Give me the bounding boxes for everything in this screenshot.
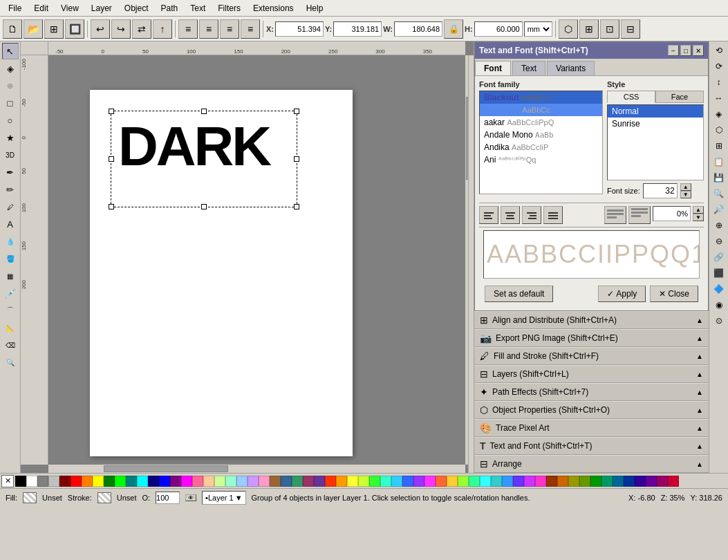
color-cell[interactable] (181, 476, 192, 487)
color-cell[interactable] (48, 476, 59, 487)
color-cell[interactable] (236, 476, 248, 487)
font-item-ani[interactable]: Ani ᴬᵃᴮᵇᶜᵈᴵⁱᴾᵖQq (480, 153, 602, 166)
rect-tool[interactable]: □ (2, 95, 19, 111)
percent-up[interactable]: ▲ (693, 206, 704, 214)
menu-edit[interactable]: Edit (28, 2, 54, 15)
color-cell[interactable] (93, 476, 104, 487)
menu-object[interactable]: Object (119, 2, 154, 15)
panel-text-font[interactable]: T Text and Font (Shift+Ctrl+T) ▲ (474, 437, 709, 455)
style-tab-css[interactable]: CSS (607, 91, 655, 103)
h-input[interactable] (474, 21, 523, 37)
color-cell[interactable] (413, 476, 424, 487)
pencil-tool[interactable]: ✏ (2, 181, 19, 198)
font-item-aakar[interactable]: aakar AaBbCcIiPpQ (480, 116, 602, 129)
menu-view[interactable]: View (55, 2, 84, 15)
color-cell[interactable] (270, 476, 281, 487)
handle-ml[interactable] (109, 156, 114, 162)
callig-tool[interactable]: 🖊 (2, 198, 19, 215)
color-cell[interactable] (314, 476, 325, 487)
zoom-in-tool[interactable]: 🔍 (2, 354, 19, 371)
text-selection-box[interactable]: DARK (111, 111, 297, 207)
panel-trace[interactable]: 🎨 Trace Pixel Art ▲ (474, 419, 709, 437)
color-cell[interactable] (424, 476, 436, 487)
color-cell[interactable] (26, 476, 37, 487)
rt-circle[interactable]: ⊙ (711, 313, 727, 328)
panel-path-effects[interactable]: ✦ Path Effects (Shift+Ctrl+7) ▲ (474, 383, 709, 401)
color-cell[interactable] (292, 476, 303, 487)
opacity-eyedrop[interactable]: 👁 (185, 494, 196, 501)
fontsize-up[interactable]: ▲ (680, 183, 691, 191)
font-item-blackout[interactable]: Blackout AaBbCcI (480, 91, 602, 104)
fill-tool[interactable]: 🪣 (2, 250, 19, 267)
color-cell[interactable] (668, 476, 679, 487)
menu-extensions[interactable]: Extensions (248, 2, 299, 15)
rt-search[interactable]: 🔍 (711, 186, 727, 201)
panel-align-distribute[interactable]: ⊞ Align and Distribute (Shift+Ctrl+A) ▲ (474, 311, 709, 329)
style-list[interactable]: Normal Sunrise (607, 104, 704, 180)
superscript-btn[interactable] (628, 206, 651, 224)
transform4-btn[interactable]: ⊟ (621, 19, 640, 39)
rt-flip-v[interactable]: ↕ (711, 75, 727, 90)
color-cell[interactable] (137, 476, 148, 487)
color-cell[interactable] (502, 476, 513, 487)
panel-arrange[interactable]: ⊟ Arrange ▲ (474, 455, 709, 473)
font-item-andika[interactable]: Andika AaBbCcIiP (480, 141, 602, 153)
handle-tr[interactable] (294, 109, 299, 114)
snap-button[interactable]: ⊞ (44, 19, 64, 39)
align-center-tb[interactable]: ≡ (199, 19, 218, 39)
menu-text[interactable]: Text (185, 2, 211, 15)
percent-input[interactable] (653, 206, 691, 221)
eraser-tool[interactable]: ⌫ (2, 337, 19, 353)
dialog-maximize-btn[interactable]: □ (680, 45, 691, 56)
w-input[interactable] (394, 21, 442, 37)
style-normal[interactable]: Normal (608, 105, 703, 118)
menu-filters[interactable]: Filters (212, 2, 246, 15)
color-cell[interactable] (248, 476, 259, 487)
color-cell[interactable] (358, 476, 369, 487)
set-default-button[interactable]: Set as default (485, 286, 553, 302)
align-justify-btn[interactable] (543, 206, 563, 224)
rt-save[interactable]: 💾 (711, 170, 727, 185)
align-left-tb[interactable]: ≡ (178, 19, 198, 39)
color-cell[interactable] (303, 476, 314, 487)
color-cell[interactable] (646, 476, 657, 487)
menu-layer[interactable]: Layer (86, 2, 118, 15)
color-cell[interactable] (557, 476, 568, 487)
unit-select[interactable]: mm px pt cm in (524, 21, 552, 37)
rt-rotate-ccw[interactable]: ⟲ (711, 43, 727, 58)
color-cell[interactable] (170, 476, 181, 487)
color-cell[interactable] (104, 476, 115, 487)
apply-button[interactable]: ✓ Apply (598, 286, 646, 302)
transform-btn[interactable]: ⬡ (559, 19, 578, 39)
menu-path[interactable]: Path (156, 2, 184, 15)
fill-swatch[interactable] (23, 492, 37, 503)
color-cell[interactable] (568, 476, 579, 487)
panel-layers[interactable]: ⊟ Layers (Shift+Ctrl+L) ▲ (474, 365, 709, 383)
fontsize-input[interactable] (643, 183, 678, 198)
y-input[interactable] (333, 21, 382, 37)
zoom-tool[interactable]: ⊕ (2, 77, 19, 94)
color-cell[interactable] (115, 476, 126, 487)
color-cell[interactable] (225, 476, 236, 487)
eyedrop-tool[interactable]: 💉 (2, 285, 19, 301)
text-tool[interactable]: A (2, 216, 19, 232)
rt-zoom-out[interactable]: 🔎 (711, 202, 727, 217)
close-button[interactable]: ✕ Close (650, 286, 698, 302)
rt-link[interactable]: 🔗 (711, 250, 727, 265)
color-cell[interactable] (657, 476, 668, 487)
align-center-btn[interactable] (501, 206, 520, 224)
redo-button[interactable]: ↪ (111, 19, 131, 39)
rt-add[interactable]: ⊕ (711, 218, 727, 233)
color-cell[interactable] (126, 476, 137, 487)
handle-bl[interactable] (109, 204, 114, 209)
x-input[interactable] (275, 21, 324, 37)
color-cell[interactable] (369, 476, 380, 487)
handle-br[interactable] (294, 204, 299, 209)
tab-text[interactable]: Text (512, 61, 545, 75)
color-cell[interactable] (624, 476, 635, 487)
opacity-input[interactable] (156, 492, 180, 504)
color-cell[interactable] (214, 476, 225, 487)
rt-diamond[interactable]: 🔷 (711, 281, 727, 297)
color-cell[interactable] (15, 476, 26, 487)
tab-variants[interactable]: Variants (547, 61, 595, 75)
